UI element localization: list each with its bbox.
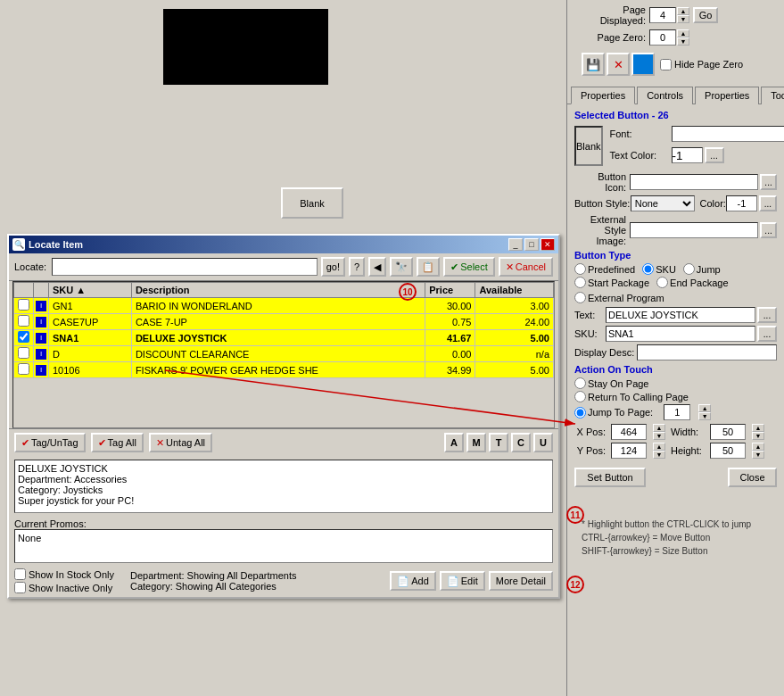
tag-all-btn[interactable]: ✔ Tag All (91, 433, 144, 452)
height-spinner[interactable]: ▲ ▼ (752, 443, 764, 459)
text-color-input[interactable] (672, 147, 703, 163)
width-down[interactable]: ▼ (752, 432, 764, 440)
dialog-close-btn[interactable]: ✕ (541, 238, 555, 251)
x-pos-down[interactable]: ▼ (653, 432, 665, 440)
set-button-btn[interactable]: Set Button (574, 468, 646, 487)
edit-btn[interactable]: 📄 Edit (440, 571, 485, 591)
ext-style-browse-btn[interactable]: ... (760, 222, 777, 238)
add-btn[interactable]: 📄 Add (390, 571, 436, 591)
y-pos-spinner[interactable]: ▲ ▼ (653, 443, 665, 459)
jump-down[interactable]: ▼ (698, 412, 711, 420)
col-header-price[interactable]: Price (425, 283, 475, 298)
letter-m-btn[interactable]: M (466, 433, 486, 452)
font-input[interactable] (672, 126, 784, 142)
select-btn[interactable]: ✔ Select (443, 257, 495, 277)
button-icon-browse-btn[interactable]: ... (760, 174, 777, 190)
page-displayed-down[interactable]: ▼ (677, 15, 689, 23)
dialog-binoculars-btn[interactable]: 🔭 (390, 257, 413, 277)
page-zero-up[interactable]: ▲ (677, 29, 689, 37)
show-inactive-row[interactable]: Show Inactive Only (14, 582, 114, 593)
y-pos-down[interactable]: ▼ (653, 451, 665, 459)
sku-field-input[interactable] (606, 326, 755, 342)
dialog-back-btn[interactable]: ◀ (368, 257, 386, 277)
restore-btn[interactable]: □ (524, 238, 539, 251)
dialog-go-btn[interactable]: go! (321, 257, 345, 277)
type-jump-item[interactable]: Jump (683, 263, 721, 275)
delete-icon-btn[interactable]: ✕ (607, 53, 630, 76)
x-pos-input[interactable] (611, 424, 647, 440)
row-check-4[interactable] (18, 347, 29, 359)
y-pos-input[interactable] (611, 443, 647, 459)
jump-to-page-spinner[interactable]: ▲ ▼ (698, 404, 711, 420)
tab-controls[interactable]: Controls (637, 87, 693, 104)
tag-btn-4[interactable]: I (36, 349, 46, 360)
display-desc-input[interactable] (637, 344, 777, 360)
row-check-2[interactable] (18, 315, 29, 327)
color-input[interactable] (726, 195, 757, 211)
ext-style-image-input[interactable] (630, 222, 758, 238)
height-down[interactable]: ▼ (752, 451, 764, 459)
x-pos-up[interactable]: ▲ (653, 424, 665, 432)
page-zero-down[interactable]: ▼ (677, 37, 689, 46)
stay-on-page-radio[interactable] (574, 377, 586, 389)
dialog-copy-btn[interactable]: 📋 (417, 257, 440, 277)
return-to-calling-radio[interactable] (574, 391, 586, 402)
letter-c-btn[interactable]: C (511, 433, 531, 452)
tab-properties-1[interactable]: Properties (571, 87, 635, 104)
items-table-container[interactable]: SKU ▲ Description Price Available I GN1 … (12, 281, 555, 428)
letter-a-btn[interactable]: A (444, 433, 464, 452)
col-header-available[interactable]: Available (475, 283, 554, 298)
table-row[interactable]: I GN1 BARIO IN WONDERLAND 30.00 3.00 (14, 298, 554, 314)
row-check-1[interactable] (18, 299, 29, 311)
return-to-calling-item[interactable]: Return To Calling Page (574, 391, 689, 402)
type-end-package-item[interactable]: End Package (656, 277, 728, 288)
text-field-browse-btn[interactable]: ... (757, 307, 777, 323)
x-pos-spinner[interactable]: ▲ ▼ (653, 424, 665, 440)
table-row[interactable]: I D DISCOUNT CLEARANCE 0.00 n/a (14, 346, 554, 362)
tab-tools[interactable]: Tools (761, 87, 784, 104)
show-inactive-check[interactable] (14, 582, 26, 593)
external-program-item[interactable]: External Program (574, 292, 777, 303)
table-row[interactable]: I SNA1 DELUXE JOYSTICK 41.67 5.00 (14, 330, 554, 346)
type-start-package-radio[interactable] (574, 277, 586, 288)
height-up[interactable]: ▲ (752, 443, 764, 451)
tag-btn-2[interactable]: I (36, 317, 46, 327)
type-predefined-radio[interactable] (574, 263, 586, 275)
sku-field-browse-btn[interactable]: ... (757, 326, 777, 342)
hide-page-zero-check[interactable] (660, 59, 672, 70)
more-detail-btn[interactable]: More Detail (489, 571, 553, 591)
page-displayed-input[interactable] (649, 7, 676, 23)
letter-t-btn[interactable]: T (489, 433, 508, 452)
dialog-help-btn[interactable]: ? (349, 257, 365, 277)
minimize-btn[interactable]: _ (508, 238, 523, 251)
type-sku-item[interactable]: SKU (642, 263, 676, 275)
locate-input[interactable] (52, 258, 318, 276)
type-end-package-radio[interactable] (656, 277, 668, 288)
height-input[interactable] (710, 443, 746, 459)
page-displayed-spinner[interactable]: ▲ ▼ (677, 7, 689, 23)
cancel-btn[interactable]: ✕ Cancel (499, 257, 553, 277)
y-pos-up[interactable]: ▲ (653, 443, 665, 451)
page-displayed-up[interactable]: ▲ (677, 7, 689, 15)
col-header-sku[interactable]: SKU ▲ (49, 283, 132, 298)
tag-untag-btn[interactable]: ✔ Tag/UnTag (14, 433, 86, 452)
save-icon-btn[interactable]: 💾 (582, 53, 605, 76)
page-zero-input[interactable] (649, 29, 676, 46)
type-sku-radio[interactable] (642, 263, 654, 275)
tab-properties-2[interactable]: Properties (695, 87, 759, 104)
color-browse-btn[interactable]: ... (759, 195, 777, 211)
letter-u-btn[interactable]: U (533, 433, 553, 452)
type-start-package-item[interactable]: Start Package (574, 277, 649, 288)
jump-to-page-input[interactable] (664, 404, 690, 420)
page-zero-spinner[interactable]: ▲ ▼ (677, 29, 689, 46)
close-btn[interactable]: Close (728, 468, 777, 487)
col-header-desc[interactable]: Description (131, 283, 425, 298)
text-color-browse-btn[interactable]: ... (705, 147, 724, 163)
jump-up[interactable]: ▲ (698, 404, 711, 412)
stay-on-page-item[interactable]: Stay On Page (574, 377, 649, 389)
width-spinner[interactable]: ▲ ▼ (752, 424, 764, 440)
width-up[interactable]: ▲ (752, 424, 764, 432)
button-style-select[interactable]: None (631, 195, 695, 211)
jump-to-page-radio[interactable] (574, 407, 586, 418)
row-check-5[interactable] (18, 363, 29, 375)
